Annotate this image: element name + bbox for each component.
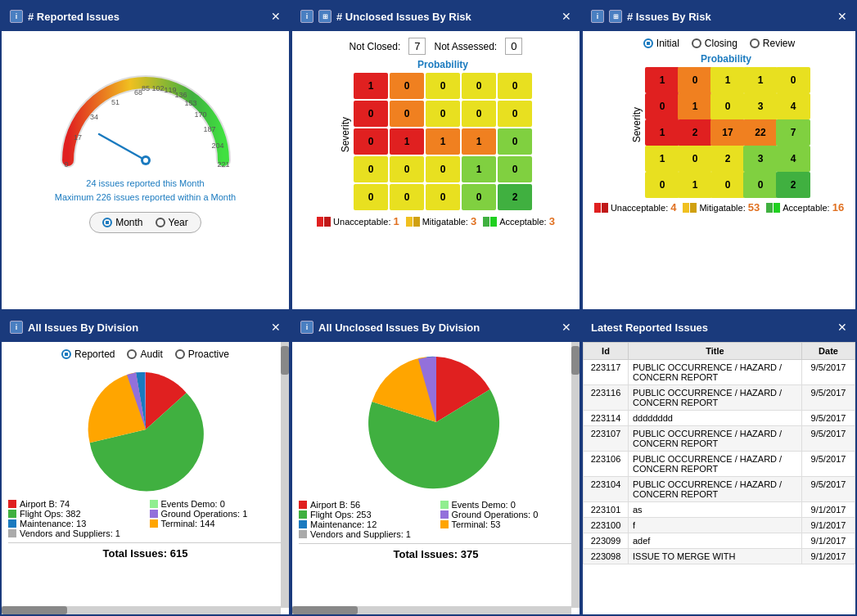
latest-issues-title: Latest Reported Issues bbox=[591, 321, 708, 334]
table-row[interactable]: 223098 ISSUE TO MERGE WITH 9/1/2017 bbox=[584, 549, 855, 564]
events-dot bbox=[150, 500, 158, 508]
issues-by-risk-panel: i ⊞ # Issues By Risk ✕ Initial Closing R… bbox=[581, 0, 857, 311]
reported-issues-content: 0 17 34 51 68 85 102 119 136 153 170 187… bbox=[2, 31, 289, 309]
table-row[interactable]: 223104 PUBLIC OCCURRENCE / HAZARD / CONC… bbox=[584, 477, 855, 502]
month-radio-label[interactable]: Month bbox=[102, 217, 142, 228]
acceptable-count: 3 bbox=[549, 215, 555, 227]
unclosed-risk-close-button[interactable]: ✕ bbox=[562, 11, 571, 22]
latest-issues-close-button[interactable]: ✕ bbox=[837, 321, 847, 333]
unclosed-maintenance-legend: Maintenance: 12 bbox=[299, 519, 432, 529]
closing-radio[interactable]: Closing bbox=[692, 38, 737, 49]
matrix-cell: 1 bbox=[390, 128, 424, 155]
matrix-cell: 22 bbox=[743, 119, 778, 146]
audit-circle[interactable] bbox=[127, 349, 137, 359]
title-column-header: Title bbox=[629, 343, 802, 360]
reported-issues-close-button[interactable]: ✕ bbox=[271, 11, 281, 22]
issues-risk-close-button[interactable]: ✕ bbox=[837, 11, 847, 22]
unacceptable-label: Unacceptable: bbox=[333, 217, 390, 227]
flight-ops-label: Flight Ops: 382 bbox=[20, 509, 81, 519]
severity-label: Severity bbox=[631, 107, 643, 142]
svg-line-14 bbox=[99, 134, 146, 160]
unclosed-vendors-dot bbox=[299, 530, 307, 538]
closing-label: Closing bbox=[705, 38, 737, 49]
vendors-dot bbox=[8, 529, 16, 537]
unclosed-vendors-label: Vendors and Suppliers: 1 bbox=[310, 529, 411, 539]
matrix-cell: 0 bbox=[498, 128, 532, 155]
table-row[interactable]: 223101 as 9/1/2017 bbox=[584, 502, 855, 518]
terminal-dot bbox=[150, 519, 158, 528]
matrix-cell: 1 bbox=[462, 128, 496, 155]
total-value: 615 bbox=[170, 547, 188, 560]
year-radio-circle[interactable] bbox=[156, 218, 165, 227]
proactive-radio[interactable]: Proactive bbox=[175, 348, 229, 360]
risk-radio-group[interactable]: Initial Closing Review bbox=[643, 38, 795, 49]
matrix-cell: 0 bbox=[462, 101, 496, 127]
svg-text:34: 34 bbox=[89, 113, 97, 121]
table-row[interactable]: 223107 PUBLIC OCCURRENCE / HAZARD / CONC… bbox=[584, 426, 855, 452]
matrix-grid: 1 0 0 0 0 0 0 0 0 0 0 1 1 1 0 bbox=[354, 73, 532, 210]
table-row[interactable]: 223106 PUBLIC OCCURRENCE / HAZARD / CONC… bbox=[584, 452, 855, 477]
initial-label: Initial bbox=[656, 38, 679, 49]
gauge-line2: Maximum 226 issues reported within a Mon… bbox=[55, 191, 236, 205]
reported-circle[interactable] bbox=[61, 349, 71, 359]
latest-issues-panel: Latest Reported Issues ✕ Id Title Date 2… bbox=[581, 311, 857, 616]
horizontal-scrollbar[interactable] bbox=[2, 606, 281, 614]
date-column-header: Date bbox=[802, 343, 855, 360]
not-closed-label: Not Closed: bbox=[350, 41, 401, 52]
initial-radio[interactable]: Initial bbox=[643, 38, 679, 49]
review-circle[interactable] bbox=[750, 38, 760, 48]
vertical-scrollbar[interactable] bbox=[281, 342, 289, 608]
vertical-scrollbar[interactable] bbox=[571, 342, 580, 608]
time-period-radio-group[interactable]: Month Year bbox=[89, 212, 201, 233]
mitigatable-label: Mitigatable: bbox=[422, 217, 468, 227]
h-scrollbar-thumb[interactable] bbox=[292, 606, 358, 614]
issue-id: 223098 bbox=[584, 549, 629, 564]
audit-radio[interactable]: Audit bbox=[127, 348, 162, 360]
issue-title: PUBLIC OCCURRENCE / HAZARD / CONCERN REP… bbox=[629, 360, 802, 385]
maintenance-label: Maintenance: 13 bbox=[20, 519, 86, 528]
division-radio-group[interactable]: Reported Audit Proactive bbox=[61, 348, 229, 360]
h-scrollbar-thumb[interactable] bbox=[2, 606, 67, 614]
unclosed-division-panel: i All Unclosed Issues By Division ✕ bbox=[291, 311, 581, 616]
svg-text:204: 204 bbox=[211, 142, 223, 150]
unclosed-risk-header: i ⊞ # Unclosed Issues By Risk ✕ bbox=[292, 2, 580, 31]
unclosed-division-close-button[interactable]: ✕ bbox=[562, 321, 571, 333]
matrix-cell: 1 bbox=[678, 93, 712, 119]
unclosed-issues-risk-panel: i ⊞ # Unclosed Issues By Risk ✕ Not Clos… bbox=[291, 0, 581, 311]
scrollbar-thumb[interactable] bbox=[281, 346, 289, 375]
matrix-cell: 0 bbox=[426, 73, 460, 99]
review-radio[interactable]: Review bbox=[750, 38, 795, 49]
risk-legend: Unacceptable: 1 Mitigatable: 3 bbox=[317, 215, 555, 227]
risk-summary: Not Closed: 7 Not Assessed: 0 bbox=[350, 38, 523, 55]
year-radio-label[interactable]: Year bbox=[156, 217, 188, 228]
table-row[interactable]: 223117 PUBLIC OCCURRENCE / HAZARD / CONC… bbox=[584, 360, 855, 385]
closing-circle[interactable] bbox=[692, 38, 701, 48]
issue-date: 9/5/2017 bbox=[802, 452, 855, 477]
matrix-cell: 0 bbox=[498, 101, 532, 127]
initial-circle[interactable] bbox=[643, 38, 653, 48]
svg-point-16 bbox=[143, 158, 148, 163]
table-row[interactable]: 223116 PUBLIC OCCURRENCE / HAZARD / CONC… bbox=[584, 385, 855, 411]
issue-title: PUBLIC OCCURRENCE / HAZARD / CONCERN REP… bbox=[629, 385, 802, 411]
table-row[interactable]: 223114 dddddddd 9/5/2017 bbox=[584, 411, 855, 426]
matrix-cell: 7 bbox=[776, 119, 810, 146]
all-issues-close-button[interactable]: ✕ bbox=[271, 321, 281, 333]
header-left: Latest Reported Issues bbox=[591, 321, 708, 334]
month-radio-circle[interactable] bbox=[102, 218, 112, 227]
table-row[interactable]: 223100 f 9/1/2017 bbox=[584, 518, 855, 533]
issue-id: 223117 bbox=[584, 360, 629, 385]
table-row[interactable]: 223099 adef 9/1/2017 bbox=[584, 533, 855, 549]
matrix-cell: 3 bbox=[743, 146, 778, 172]
scrollbar-thumb[interactable] bbox=[571, 346, 580, 375]
reported-radio[interactable]: Reported bbox=[61, 348, 115, 360]
unclosed-risk-title: # Unclosed Issues By Risk bbox=[336, 11, 471, 23]
svg-text:85: 85 bbox=[141, 84, 149, 92]
mitigatable-count: 3 bbox=[471, 215, 476, 227]
division-pie-chart bbox=[80, 364, 211, 495]
issue-id: 223114 bbox=[584, 411, 629, 426]
issue-id: 223101 bbox=[584, 502, 629, 518]
proactive-circle[interactable] bbox=[175, 349, 185, 359]
unclosed-terminal-legend: Terminal: 53 bbox=[440, 519, 574, 529]
airport-b-dot bbox=[8, 500, 16, 508]
horizontal-scrollbar[interactable] bbox=[292, 606, 571, 614]
